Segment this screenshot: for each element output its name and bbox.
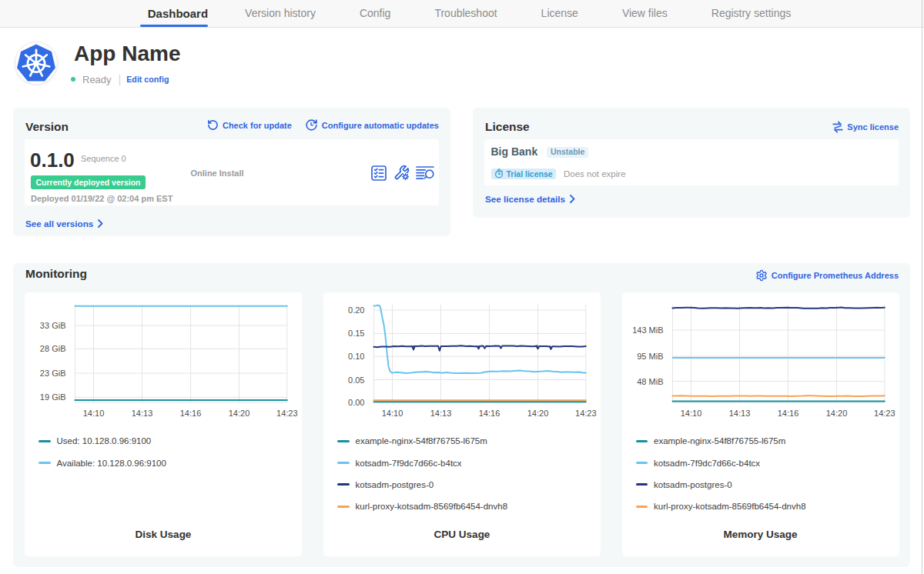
svg-text:14:20: 14:20 xyxy=(527,409,549,418)
svg-text:14:23: 14:23 xyxy=(575,409,597,418)
svg-text:33 GiB: 33 GiB xyxy=(40,321,66,330)
svg-text:48 MiB: 48 MiB xyxy=(637,377,663,386)
svg-text:14:13: 14:13 xyxy=(132,409,153,418)
svg-text:0.15: 0.15 xyxy=(348,329,364,338)
svg-text:23 GiB: 23 GiB xyxy=(40,369,66,378)
svg-text:14:16: 14:16 xyxy=(479,409,500,418)
svg-text:14:16: 14:16 xyxy=(777,409,798,418)
svg-text:14:10: 14:10 xyxy=(83,409,105,418)
svg-text:14:20: 14:20 xyxy=(825,409,847,418)
svg-text:14:16: 14:16 xyxy=(180,409,202,418)
svg-text:0.00: 0.00 xyxy=(348,398,364,407)
svg-text:95 MiB: 95 MiB xyxy=(637,352,663,361)
svg-text:143 MiB: 143 MiB xyxy=(632,325,663,335)
svg-text:28 GiB: 28 GiB xyxy=(40,344,66,353)
svg-text:0.10: 0.10 xyxy=(348,352,364,361)
svg-text:19 GiB: 19 GiB xyxy=(40,392,66,402)
svg-text:14:10: 14:10 xyxy=(680,409,701,418)
svg-text:14:13: 14:13 xyxy=(728,409,750,418)
svg-text:14:20: 14:20 xyxy=(229,409,250,418)
svg-text:14:13: 14:13 xyxy=(430,409,452,418)
svg-text:14:23: 14:23 xyxy=(874,409,896,418)
svg-text:14:10: 14:10 xyxy=(382,409,403,418)
svg-text:0.20: 0.20 xyxy=(348,305,364,315)
svg-text:14:23: 14:23 xyxy=(276,409,298,418)
svg-text:0.05: 0.05 xyxy=(348,375,364,385)
